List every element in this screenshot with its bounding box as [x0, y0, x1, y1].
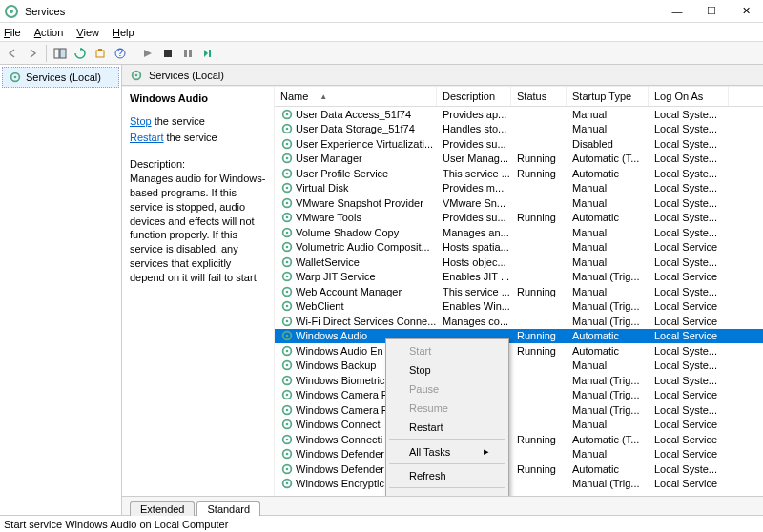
service-name: VMware Tools: [296, 212, 361, 223]
ctx-refresh[interactable]: Refresh: [388, 466, 506, 485]
ctx-properties[interactable]: Properties: [388, 490, 506, 496]
service-logon: Local Syste...: [654, 212, 717, 223]
header-startup-type[interactable]: Startup Type: [567, 87, 649, 106]
service-logon: Local Syste...: [654, 182, 717, 194]
service-row[interactable]: User ManagerUser Manag...RunningAutomati…: [275, 152, 763, 167]
header-logon-as[interactable]: Log On As: [649, 87, 729, 106]
svg-point-36: [286, 260, 289, 263]
svg-point-28: [286, 201, 289, 204]
services-icon: [9, 71, 22, 84]
service-startup: Manual (Trig...: [572, 316, 640, 327]
show-hide-button[interactable]: [52, 45, 69, 62]
maximize-button[interactable]: ☐: [694, 0, 729, 23]
svg-point-40: [286, 290, 289, 293]
gear-icon: [280, 256, 294, 269]
tab-standard[interactable]: Standard: [196, 501, 260, 516]
service-row[interactable]: Windows BiometricManual (Trig...Local Sy…: [275, 373, 763, 388]
stop-link[interactable]: Stop: [130, 115, 152, 127]
menu-view[interactable]: View: [76, 27, 99, 38]
start-service-button[interactable]: [139, 45, 156, 62]
ctx-stop[interactable]: Stop: [388, 360, 506, 379]
service-row[interactable]: Windows ConnectiRunningAutomatic (T...Lo…: [275, 432, 763, 447]
service-row[interactable]: Windows DefenderManualLocal Service: [275, 447, 763, 462]
menu-action[interactable]: Action: [34, 27, 64, 38]
close-button[interactable]: ✕: [729, 0, 763, 23]
service-row[interactable]: Windows DefenderRunningAutomaticLocal Sy…: [275, 461, 763, 477]
service-startup: Automatic: [572, 168, 619, 179]
service-desc: User Manag...: [443, 153, 508, 164]
gear-icon: [280, 462, 294, 476]
gear-icon: [280, 270, 294, 283]
service-row[interactable]: Virtual DiskProvides m...ManualLocal Sys…: [275, 181, 763, 196]
service-row[interactable]: WalletServiceHosts objec...ManualLocal S…: [275, 255, 763, 270]
service-startup: Manual (Trig...: [572, 375, 640, 386]
service-startup: Manual (Trig...: [572, 271, 640, 282]
menu-help[interactable]: Help: [113, 27, 134, 38]
service-row[interactable]: VMware ToolsProvides su...RunningAutomat…: [275, 211, 763, 226]
header-description[interactable]: Description: [437, 87, 511, 106]
service-row[interactable]: Windows Camera FManual (Trig...Local Sys…: [275, 402, 763, 418]
service-name: Volume Shadow Copy: [296, 227, 399, 238]
service-startup: Manual: [572, 286, 607, 297]
service-logon: Local Service: [654, 448, 717, 460]
stop-service-button[interactable]: [159, 45, 176, 62]
service-row[interactable]: Web Account ManagerThis service ...Runni…: [275, 284, 763, 299]
tree-node-label: Services (Local): [26, 72, 101, 83]
tree-node-services-local[interactable]: Services (Local): [2, 67, 119, 88]
service-startup: Manual: [572, 109, 607, 120]
header-status[interactable]: Status: [511, 87, 567, 106]
service-desc: Manages an...: [443, 227, 509, 238]
service-name: VMware Snapshot Provider: [296, 197, 423, 209]
service-startup: Manual: [572, 241, 607, 253]
service-logon: Local Service: [654, 419, 717, 430]
forward-button[interactable]: [24, 45, 41, 62]
menubar: File Action View Help: [0, 23, 763, 42]
service-desc: Handles sto...: [443, 123, 506, 134]
service-logon: Local Service: [654, 271, 717, 282]
ctx-alltasks[interactable]: All Tasks▸: [388, 441, 506, 461]
svg-point-46: [286, 335, 289, 338]
service-row[interactable]: WebClientEnables Win...Manual (Trig...Lo…: [275, 299, 763, 315]
service-row[interactable]: Windows AudioRunningAutomaticLocal Servi…: [275, 329, 763, 344]
back-button[interactable]: [4, 45, 21, 62]
svg-point-24: [286, 172, 289, 174]
svg-point-58: [286, 423, 289, 426]
service-row[interactable]: User Profile ServiceThis service ...Runn…: [275, 166, 763, 181]
svg-point-26: [286, 187, 289, 190]
service-logon: Local Service: [654, 241, 717, 253]
service-row[interactable]: Windows EncrypticManual (Trig...Local Se…: [275, 477, 763, 492]
tab-extended[interactable]: Extended: [130, 501, 195, 516]
column-headers: Name▲ Description Status Startup Type Lo…: [275, 87, 763, 107]
service-logon: Local Syste...: [654, 197, 717, 209]
service-row[interactable]: Wi-Fi Direct Services Conne...Manages co…: [275, 314, 763, 329]
service-row[interactable]: Volume Shadow CopyManages an...ManualLoc…: [275, 225, 763, 240]
service-name: Warp JIT Service: [296, 271, 376, 282]
description-label: Description:: [130, 158, 266, 170]
service-row[interactable]: VMware Snapshot ProviderVMware Sn...Manu…: [275, 195, 763, 211]
export-button[interactable]: [92, 45, 109, 62]
service-row[interactable]: Warp JIT ServiceEnables JIT ...Manual (T…: [275, 270, 763, 285]
service-name: Windows Defender: [296, 463, 384, 475]
service-row[interactable]: Windows BackupManualLocal Syste...: [275, 358, 763, 374]
service-startup: Automatic: [572, 330, 619, 341]
help-button[interactable]: ?: [112, 45, 129, 62]
pause-service-button[interactable]: [179, 45, 196, 62]
menu-file[interactable]: File: [4, 27, 21, 38]
services-app-icon: [4, 4, 19, 19]
minimize-button[interactable]: —: [660, 0, 694, 23]
restart-service-button[interactable]: [199, 45, 217, 62]
service-row[interactable]: Windows Camera FManual (Trig...Local Ser…: [275, 388, 763, 403]
main-area: Services (Local) Services (Local) Window…: [0, 65, 763, 515]
restart-link[interactable]: Restart: [130, 132, 163, 143]
refresh-button[interactable]: [72, 45, 89, 62]
service-row[interactable]: Windows Audio EnRunningAutomaticLocal Sy…: [275, 343, 763, 358]
service-row[interactable]: Volumetric Audio Composit...Hosts spatia…: [275, 240, 763, 256]
service-row[interactable]: User Data Storage_51f74Handles sto...Man…: [275, 122, 763, 137]
service-row[interactable]: User Experience Virtualizati...Provides …: [275, 136, 763, 152]
service-row[interactable]: Windows ConnectManualLocal Service: [275, 418, 763, 433]
service-status: Running: [517, 345, 556, 357]
service-row[interactable]: User Data Access_51f74Provides ap...Manu…: [275, 107, 763, 122]
service-status: Running: [517, 286, 556, 297]
header-name[interactable]: Name▲: [275, 87, 437, 106]
ctx-restart[interactable]: Restart: [388, 418, 506, 437]
